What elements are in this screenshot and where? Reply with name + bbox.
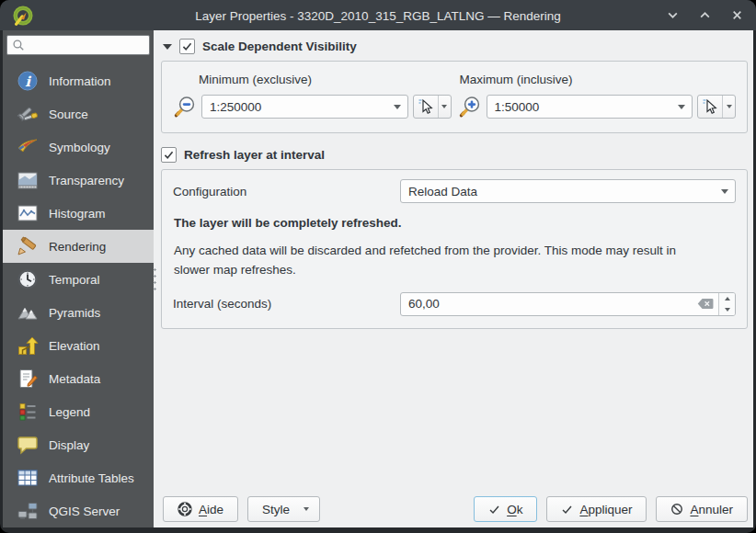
close-icon[interactable] bbox=[730, 9, 743, 22]
pyramids-icon bbox=[17, 301, 39, 323]
sidebar-item-label: Histogram bbox=[49, 207, 106, 221]
sidebar-item-label: Attribute Tables bbox=[49, 471, 134, 485]
ok-button[interactable]: Ok bbox=[474, 496, 537, 522]
properties-sidebar: iInformationSourceSymbologyTransparencyH… bbox=[3, 30, 154, 527]
sidebar-item-label: Information bbox=[49, 74, 111, 88]
rendering-icon bbox=[17, 235, 39, 257]
sidebar-item-temporal[interactable]: Temporal bbox=[3, 263, 154, 296]
elevation-icon bbox=[17, 335, 39, 357]
sidebar-item-information[interactable]: iInformation bbox=[3, 64, 154, 97]
legend-icon bbox=[17, 401, 39, 423]
transparency-icon bbox=[17, 169, 39, 191]
configuration-label: Configuration bbox=[173, 185, 400, 198]
sidebar-item-label: Rendering bbox=[49, 240, 106, 254]
apply-button[interactable]: Appliquer bbox=[546, 496, 647, 522]
cancel-circle-icon bbox=[670, 503, 683, 516]
sidebar-item-source[interactable]: Source bbox=[3, 97, 154, 130]
qgis-server-icon bbox=[17, 500, 39, 522]
style-button[interactable]: Style bbox=[247, 496, 320, 522]
refresh-description-text: Any cached data will be discarded and re… bbox=[174, 242, 708, 280]
minimum-scale-combobox[interactable]: 1:250000 bbox=[201, 95, 408, 119]
sidebar-item-label: Symbology bbox=[49, 141, 110, 154]
symbology-icon bbox=[17, 136, 39, 158]
sidebar-item-label: Display bbox=[49, 438, 89, 452]
scale-visibility-group: Minimum (exclusive) bbox=[161, 61, 748, 133]
sidebar-item-label: Elevation bbox=[49, 339, 100, 353]
help-lifebuoy-icon bbox=[178, 502, 192, 516]
histogram-icon bbox=[17, 202, 39, 224]
zoom-in-icon bbox=[458, 95, 482, 119]
dialog-button-box: Aide Style Ok Appliquer bbox=[161, 489, 748, 527]
sidebar-item-transparency[interactable]: Transparency bbox=[3, 164, 154, 197]
refresh-summary-text: The layer will be completely refreshed. bbox=[174, 216, 736, 230]
help-button[interactable]: Aide bbox=[163, 496, 238, 522]
sidebar-item-qgis-server[interactable]: QGIS Server bbox=[3, 494, 154, 527]
clear-field-icon[interactable] bbox=[697, 298, 714, 310]
sidebar-item-histogram[interactable]: Histogram bbox=[3, 197, 154, 230]
sidebar-item-label: Pyramids bbox=[49, 306, 100, 320]
map-cursor-icon bbox=[414, 96, 438, 118]
maximum-scale-combobox[interactable]: 1:50000 bbox=[487, 95, 693, 119]
check-icon bbox=[561, 504, 573, 516]
search-input[interactable] bbox=[29, 39, 144, 51]
sidebar-item-display[interactable]: Display bbox=[3, 428, 154, 461]
source-icon bbox=[17, 103, 39, 125]
sidebar-item-label: Transparency bbox=[49, 174, 124, 187]
interval-value: 60,00 bbox=[408, 297, 697, 311]
set-min-to-canvas-scale-button[interactable] bbox=[413, 95, 452, 119]
sidebar-item-metadata[interactable]: Metadata bbox=[3, 362, 154, 395]
sidebar-item-pyramids[interactable]: Pyramids bbox=[3, 296, 154, 329]
cancel-button[interactable]: Annuler bbox=[656, 496, 748, 522]
refresh-layer-title: Refresh layer at interval bbox=[184, 148, 325, 162]
collapse-caret-icon[interactable] bbox=[163, 44, 172, 50]
chevron-down-icon[interactable] bbox=[722, 96, 735, 118]
titlebar[interactable]: Layer Properties - 3320D_2010_315_RGB_LA… bbox=[0, 0, 756, 30]
maximum-scale-label: Maximum (inclusive) bbox=[460, 73, 737, 86]
chevron-up-icon[interactable] bbox=[698, 9, 711, 22]
zoom-out-icon bbox=[173, 95, 197, 119]
set-max-to-canvas-scale-button[interactable] bbox=[697, 95, 736, 119]
sidebar-item-attribute-tables[interactable]: Attribute Tables bbox=[3, 461, 154, 494]
sidebar-item-legend[interactable]: Legend bbox=[3, 395, 154, 428]
window-title: Layer Properties - 3320D_2010_315_RGB_LA… bbox=[195, 8, 560, 22]
cancel-button-label: Annuler bbox=[690, 503, 733, 516]
apply-button-label: Appliquer bbox=[579, 503, 632, 516]
refresh-layer-group: Configuration Reload Data The layer will… bbox=[161, 169, 748, 329]
chevron-down-icon[interactable] bbox=[671, 105, 692, 109]
sidebar-item-elevation[interactable]: Elevation bbox=[3, 329, 154, 362]
sidebar-item-label: Legend bbox=[49, 405, 90, 419]
sidebar-item-label: Source bbox=[49, 108, 88, 121]
chevron-down-icon bbox=[304, 507, 309, 511]
sidebar-search-box[interactable] bbox=[6, 35, 150, 55]
check-icon bbox=[488, 504, 500, 516]
sidebar-item-rendering[interactable]: Rendering bbox=[3, 230, 154, 263]
spin-up-icon[interactable] bbox=[719, 293, 735, 304]
information-icon: i bbox=[17, 70, 39, 92]
maximum-scale-value: 1:50000 bbox=[495, 100, 672, 114]
layer-properties-dialog: Layer Properties - 3320D_2010_315_RGB_LA… bbox=[0, 0, 756, 533]
map-cursor-icon bbox=[698, 96, 722, 118]
interval-spinbox[interactable]: 60,00 bbox=[400, 292, 736, 316]
chevron-down-icon[interactable] bbox=[666, 9, 679, 22]
chevron-down-icon[interactable] bbox=[387, 105, 407, 109]
sidebar-item-label: QGIS Server bbox=[49, 505, 120, 518]
minimum-scale-label: Minimum (exclusive) bbox=[199, 73, 452, 86]
qgis-logo-icon bbox=[13, 6, 33, 26]
style-button-label: Style bbox=[262, 503, 290, 516]
refresh-layer-checkbox[interactable] bbox=[161, 147, 177, 163]
spin-down-icon[interactable] bbox=[719, 304, 735, 315]
metadata-icon bbox=[17, 368, 39, 390]
minimum-scale-value: 1:250000 bbox=[210, 100, 387, 114]
configuration-value: Reload Data bbox=[408, 185, 715, 198]
rendering-panel: Scale Dependent Visibility Minimum (excl… bbox=[154, 30, 753, 527]
interval-label: Interval (seconds) bbox=[173, 297, 400, 311]
sidebar-nav: iInformationSourceSymbologyTransparencyH… bbox=[3, 59, 154, 527]
display-icon bbox=[17, 434, 39, 456]
chevron-down-icon[interactable] bbox=[438, 96, 451, 118]
chevron-down-icon[interactable] bbox=[715, 189, 735, 194]
sidebar-item-symbology[interactable]: Symbology bbox=[3, 130, 154, 164]
configuration-combobox[interactable]: Reload Data bbox=[400, 179, 736, 203]
temporal-icon bbox=[17, 268, 39, 290]
scale-visibility-checkbox[interactable] bbox=[179, 39, 195, 54]
ok-button-label: Ok bbox=[507, 503, 522, 516]
